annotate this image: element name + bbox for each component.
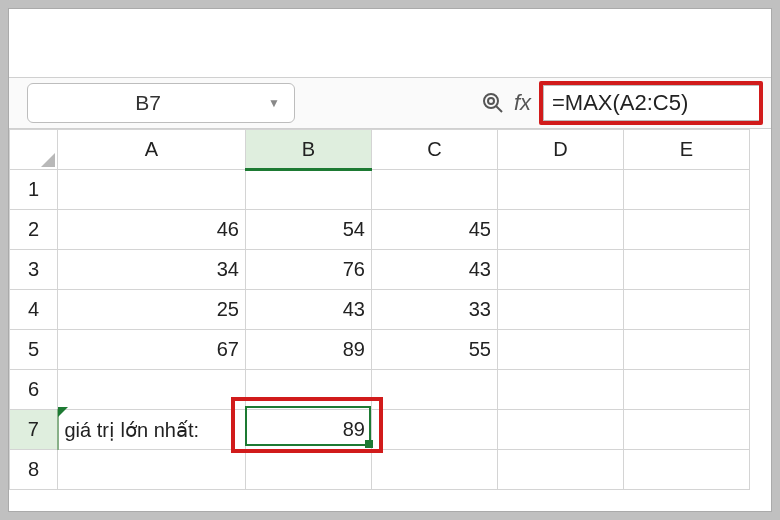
cell-A8[interactable] [58, 450, 246, 490]
cell-C2[interactable]: 45 [372, 210, 498, 250]
cell-E3[interactable] [624, 250, 750, 290]
cell-D8[interactable] [498, 450, 624, 490]
col-head-A[interactable]: A [58, 130, 246, 170]
table-row: 8 [10, 450, 750, 490]
cell-D5[interactable] [498, 330, 624, 370]
row-head-4[interactable]: 4 [10, 290, 58, 330]
cell-E1[interactable] [624, 170, 750, 210]
table-row: 5 67 89 55 [10, 330, 750, 370]
cell-C3[interactable]: 43 [372, 250, 498, 290]
cell-D4[interactable] [498, 290, 624, 330]
cell-E2[interactable] [624, 210, 750, 250]
formula-input[interactable]: =MAX(A2:C5) [543, 85, 759, 121]
cell-D1[interactable] [498, 170, 624, 210]
row-head-5[interactable]: 5 [10, 330, 58, 370]
cell-B4[interactable]: 43 [246, 290, 372, 330]
cell-B2[interactable]: 54 [246, 210, 372, 250]
row-head-3[interactable]: 3 [10, 250, 58, 290]
name-box-value: B7 [28, 91, 268, 115]
cell-D7[interactable] [498, 410, 624, 450]
cell-B7[interactable]: 89 [246, 410, 372, 450]
table-row: 2 46 54 45 [10, 210, 750, 250]
col-head-B[interactable]: B [246, 130, 372, 170]
col-head-D[interactable]: D [498, 130, 624, 170]
app-frame: B7 ▼ fx =MAX(A2:C5) A B C D E [8, 8, 772, 512]
cell-E4[interactable] [624, 290, 750, 330]
row-head-6[interactable]: 6 [10, 370, 58, 410]
table-row: 7 giá trị lớn nhất: 89 [10, 410, 750, 450]
cell-A3[interactable]: 34 [58, 250, 246, 290]
cell-B3[interactable]: 76 [246, 250, 372, 290]
cell-C5[interactable]: 55 [372, 330, 498, 370]
cell-D3[interactable] [498, 250, 624, 290]
cell-E7[interactable] [624, 410, 750, 450]
chevron-down-icon[interactable]: ▼ [268, 96, 284, 110]
cell-A4[interactable]: 25 [58, 290, 246, 330]
cell-C6[interactable] [372, 370, 498, 410]
formula-highlight: =MAX(A2:C5) [539, 81, 763, 125]
formula-bar: B7 ▼ fx =MAX(A2:C5) [9, 77, 771, 129]
row-head-2[interactable]: 2 [10, 210, 58, 250]
name-box[interactable]: B7 ▼ [27, 83, 295, 123]
cell-A7[interactable]: giá trị lớn nhất: [58, 410, 246, 450]
cell-C4[interactable]: 33 [372, 290, 498, 330]
cell-A5[interactable]: 67 [58, 330, 246, 370]
cell-E5[interactable] [624, 330, 750, 370]
table-row: 6 [10, 370, 750, 410]
col-head-E[interactable]: E [624, 130, 750, 170]
table-row: 1 [10, 170, 750, 210]
cell-D6[interactable] [498, 370, 624, 410]
cell-A6[interactable] [58, 370, 246, 410]
cell-C8[interactable] [372, 450, 498, 490]
cell-comment-marker [58, 407, 68, 417]
fx-label[interactable]: fx [514, 90, 531, 116]
select-all-corner[interactable] [10, 130, 58, 170]
cell-C7[interactable] [372, 410, 498, 450]
grid-area: A B C D E 1 2 46 54 45 [9, 129, 771, 490]
row-head-7[interactable]: 7 [10, 410, 58, 450]
svg-line-1 [496, 106, 502, 112]
row-head-8[interactable]: 8 [10, 450, 58, 490]
cell-B8[interactable] [246, 450, 372, 490]
cell-B1[interactable] [246, 170, 372, 210]
table-row: 4 25 43 33 [10, 290, 750, 330]
svg-point-0 [484, 94, 498, 108]
cell-A2[interactable]: 46 [58, 210, 246, 250]
svg-point-2 [488, 98, 494, 104]
spreadsheet-grid[interactable]: A B C D E 1 2 46 54 45 [9, 129, 750, 490]
zoom-preview-icon[interactable] [476, 91, 510, 115]
cell-B6[interactable] [246, 370, 372, 410]
cell-E6[interactable] [624, 370, 750, 410]
row-head-1[interactable]: 1 [10, 170, 58, 210]
cell-C1[interactable] [372, 170, 498, 210]
cell-E8[interactable] [624, 450, 750, 490]
table-row: 3 34 76 43 [10, 250, 750, 290]
cell-D2[interactable] [498, 210, 624, 250]
ribbon-placeholder [9, 9, 771, 77]
col-head-C[interactable]: C [372, 130, 498, 170]
cell-A1[interactable] [58, 170, 246, 210]
cell-B5[interactable]: 89 [246, 330, 372, 370]
